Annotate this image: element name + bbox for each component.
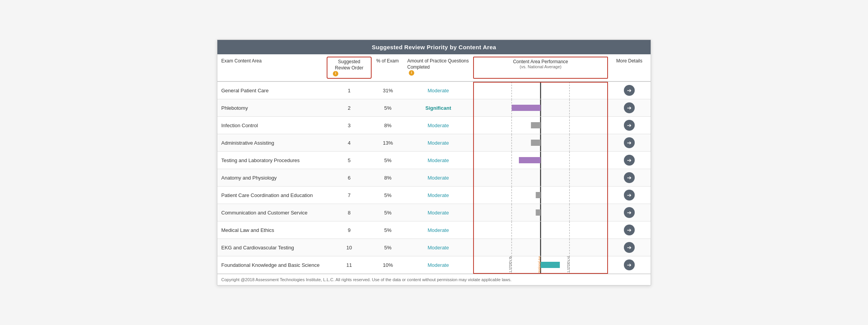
cell-order: 8: [326, 207, 372, 219]
svg-rect-14: [531, 140, 541, 146]
cell-pct: 8%: [372, 172, 403, 184]
cell-chart: [473, 187, 608, 204]
more-details-button[interactable]: ➔: [624, 155, 635, 166]
cell-content-area: EKG and Cardiovascular Testing: [217, 242, 326, 254]
cell-content-area: Phlebotomy: [217, 102, 326, 114]
table-row: Phlebotomy25%Significant➔: [217, 99, 651, 117]
svg-rect-10: [531, 122, 541, 128]
cell-more-details: ➔: [608, 134, 651, 151]
more-details-button[interactable]: ➔: [624, 207, 635, 218]
cell-pct: 5%: [372, 154, 403, 166]
cell-pct: 13%: [372, 137, 403, 149]
cell-more-details: ➔: [608, 204, 651, 221]
table-row: Administrative Assisting413%Moderate➔: [217, 134, 651, 152]
cell-more-details: ➔: [608, 82, 651, 99]
cell-more-details: ➔: [608, 256, 651, 273]
cell-pct: 5%: [372, 102, 403, 114]
cell-content-area: Anatomy and Physiology: [217, 172, 326, 184]
col-header-performance: Content Area Performance (vs. National A…: [473, 57, 608, 79]
cell-order: 7: [326, 189, 372, 201]
more-details-button[interactable]: ➔: [624, 102, 635, 113]
cell-amount: Moderate: [403, 224, 473, 236]
cell-more-details: ➔: [608, 221, 651, 239]
cell-pct: 10%: [372, 259, 403, 271]
copyright-bar: Copyright @2018 Assessment Technologies …: [217, 274, 651, 285]
more-details-button[interactable]: ➔: [624, 242, 635, 253]
cell-content-area: Administrative Assisting: [217, 137, 326, 149]
table-row: Testing and Laboratory Procedures55%Mode…: [217, 152, 651, 169]
cell-chart: [473, 169, 608, 186]
cell-content-area: Foundational Knowledge and Basic Science: [217, 259, 326, 271]
cell-pct: 5%: [372, 224, 403, 236]
table-row: Anatomy and Physiology68%Moderate➔: [217, 169, 651, 187]
cell-amount: Moderate: [403, 172, 473, 184]
more-details-button[interactable]: ➔: [624, 172, 635, 183]
cell-amount: Moderate: [403, 154, 473, 166]
cell-amount: Significant: [403, 102, 473, 114]
cell-chart: [473, 221, 608, 239]
cell-chart: [473, 82, 608, 99]
col-header-more-details: More Details: [608, 57, 651, 79]
more-details-button[interactable]: ➔: [624, 85, 635, 96]
col-header-amount: Amount of Practice Questions Completed i: [403, 57, 473, 79]
cell-more-details: ➔: [608, 169, 651, 186]
cell-content-area: Communication and Customer Service: [217, 207, 326, 219]
more-details-button[interactable]: ➔: [624, 120, 635, 131]
cell-content-area: Patient Care Coordination and Education: [217, 189, 326, 201]
cell-more-details: ➔: [608, 239, 651, 256]
col-header-pct-exam: % of Exam: [372, 57, 403, 79]
cell-pct: 5%: [372, 189, 403, 201]
svg-text:1 STDEV Below Average: 1 STDEV Below Average: [508, 256, 513, 273]
cell-amount: Moderate: [403, 189, 473, 201]
table-row: EKG and Cardiovascular Testing105%Modera…: [217, 239, 651, 256]
table-row: Foundational Knowledge and Basic Science…: [217, 256, 651, 274]
cell-pct: 5%: [372, 242, 403, 254]
table-row: Communication and Customer Service85%Mod…: [217, 204, 651, 221]
cell-amount: Moderate: [403, 85, 473, 97]
cell-pct: 8%: [372, 119, 403, 131]
cell-amount: Moderate: [403, 119, 473, 131]
cell-amount: Moderate: [403, 259, 473, 271]
cell-chart: [473, 239, 608, 256]
svg-rect-29: [536, 209, 541, 216]
cell-content-area: Medical Law and Ethics: [217, 224, 326, 236]
more-details-button[interactable]: ➔: [624, 259, 635, 270]
cell-order: 9: [326, 224, 372, 236]
more-details-button[interactable]: ➔: [624, 137, 635, 148]
cell-chart: [473, 152, 608, 169]
cell-content-area: Infection Control: [217, 119, 326, 131]
col-header-amount-label: Amount of Practice Questions Completed i: [407, 58, 469, 76]
cell-order: 2: [326, 102, 372, 114]
table-row: Infection Control38%Moderate➔: [217, 117, 651, 134]
cell-order: 5: [326, 154, 372, 166]
col-header-suggested-label: Suggested Review Order i: [331, 59, 367, 76]
info-icon-review[interactable]: i: [333, 71, 338, 76]
cell-chart: [473, 134, 608, 151]
cell-pct: 5%: [372, 207, 403, 219]
cell-chart: [473, 117, 608, 134]
main-container: Suggested Review Priority by Content Are…: [217, 40, 651, 285]
table-row: General Patient Care131%Moderate➔: [217, 82, 651, 99]
table-row: Patient Care Coordination and Education7…: [217, 187, 651, 204]
cell-order: 10: [326, 242, 372, 254]
cell-amount: Moderate: [403, 207, 473, 219]
cell-more-details: ➔: [608, 117, 651, 134]
more-details-button[interactable]: ➔: [624, 190, 635, 201]
table-body: General Patient Care131%Moderate➔Phlebot…: [217, 82, 651, 274]
cell-amount: Moderate: [403, 137, 473, 149]
col-header-exam-content: Exam Content Area: [217, 57, 326, 79]
cell-chart: 1 STDEV Below AverageNational Average1 S…: [473, 256, 608, 273]
info-icon-amount[interactable]: i: [409, 70, 414, 76]
column-headers: Exam Content Area Suggested Review Order…: [217, 54, 651, 82]
cell-more-details: ➔: [608, 187, 651, 204]
cell-order: 1: [326, 85, 372, 97]
svg-rect-39: [541, 262, 560, 268]
svg-rect-18: [519, 157, 541, 163]
cell-order: 3: [326, 119, 372, 131]
svg-rect-25: [536, 192, 541, 198]
more-details-button[interactable]: ➔: [624, 225, 635, 235]
cell-more-details: ➔: [608, 99, 651, 116]
svg-text:National Average: National Average: [537, 256, 541, 273]
cell-order: 6: [326, 172, 372, 184]
cell-chart: [473, 99, 608, 116]
